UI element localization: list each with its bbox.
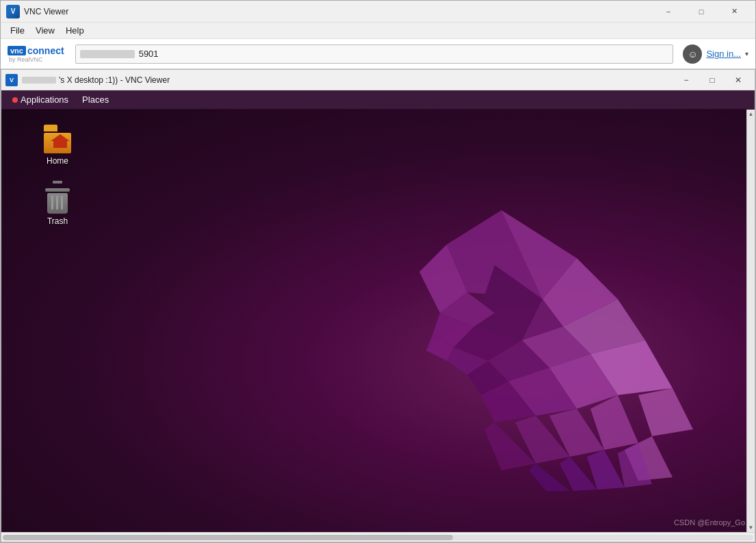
inner-window-title: 's X desktop :1)) - VNC Viewer — [59, 75, 674, 85]
outer-vnc-window: V VNC Viewer − □ ✕ File View Help vnc co… — [0, 0, 756, 543]
horizontal-scrollbar[interactable] — [1, 532, 755, 542]
close-button[interactable]: ✕ — [718, 1, 750, 23]
scroll-up-arrow-icon[interactable]: ▲ — [747, 110, 755, 118]
vnc-badge: vnc — [8, 46, 26, 55]
applications-label: Applications — [21, 94, 68, 105]
svg-marker-23 — [638, 388, 693, 436]
person-icon: ☺ — [683, 45, 702, 64]
inner-maximize-button[interactable]: □ — [700, 71, 725, 90]
applications-dot-icon — [12, 97, 18, 103]
view-menu[interactable]: View — [30, 24, 60, 37]
jellyfish-decoration — [303, 203, 700, 491]
dropdown-arrow-icon[interactable]: ▾ — [745, 50, 748, 58]
toolbar: vnc connect by RealVNC 5901 ☺ Sign in...… — [1, 39, 755, 69]
vnc-app-icon: V — [6, 5, 20, 18]
gnome-menu-bar: Applications Places — [1, 90, 755, 110]
inner-vnc-window: V 's X desktop :1)) - VNC Viewer − □ ✕ A… — [1, 69, 755, 542]
maximize-button[interactable]: □ — [686, 1, 717, 23]
home-icon-label: Home — [47, 156, 68, 166]
inner-vnc-icon: V — [5, 74, 18, 86]
connect-text: connect — [27, 45, 64, 56]
vnc-logo: vnc connect by RealVNC — [8, 45, 64, 63]
scroll-thumb[interactable] — [3, 535, 453, 540]
inner-minimize-button[interactable]: − — [674, 71, 699, 90]
address-port: 5901 — [139, 49, 159, 59]
outer-window-controls: − □ ✕ — [653, 1, 750, 23]
gnome-applications-menu[interactable]: Applications — [7, 93, 74, 106]
gnome-places-menu[interactable]: Places — [77, 93, 114, 106]
file-menu[interactable]: File — [5, 24, 30, 37]
inner-redacted-host — [22, 77, 56, 84]
trash-icon — [41, 181, 74, 214]
help-menu[interactable]: Help — [60, 24, 90, 37]
inner-window-controls: − □ ✕ — [674, 71, 751, 90]
home-desktop-icon[interactable]: Home — [30, 118, 85, 168]
inner-title-bar: V 's X desktop :1)) - VNC Viewer − □ ✕ — [1, 70, 755, 90]
outer-window-title: VNC Viewer — [24, 7, 653, 16]
ubuntu-desktop: Home Trash CSDN @Entropy_Go — [1, 110, 755, 532]
address-bar[interactable]: 5901 — [75, 45, 674, 64]
scroll-track — [3, 535, 753, 540]
by-realvnc-text: by RealVNC — [9, 56, 43, 63]
vertical-scrollbar[interactable]: ▲ ▼ — [746, 110, 755, 532]
sign-in-link[interactable]: Sign in... — [706, 49, 741, 59]
trash-icon-label: Trash — [47, 216, 68, 226]
minimize-button[interactable]: − — [653, 1, 684, 23]
trash-desktop-icon[interactable]: Trash — [30, 178, 85, 229]
home-folder-icon — [41, 121, 74, 153]
places-label: Places — [82, 94, 109, 105]
inner-close-button[interactable]: ✕ — [726, 71, 751, 90]
address-redacted — [80, 50, 135, 58]
watermark-text: CSDN @Entropy_Go — [674, 518, 745, 527]
scroll-down-arrow-icon[interactable]: ▼ — [747, 523, 755, 532]
outer-title-bar: V VNC Viewer − □ ✕ — [1, 1, 755, 23]
sign-in-area[interactable]: ☺ Sign in... ▾ — [683, 45, 748, 64]
outer-menu-bar: File View Help — [1, 23, 755, 39]
